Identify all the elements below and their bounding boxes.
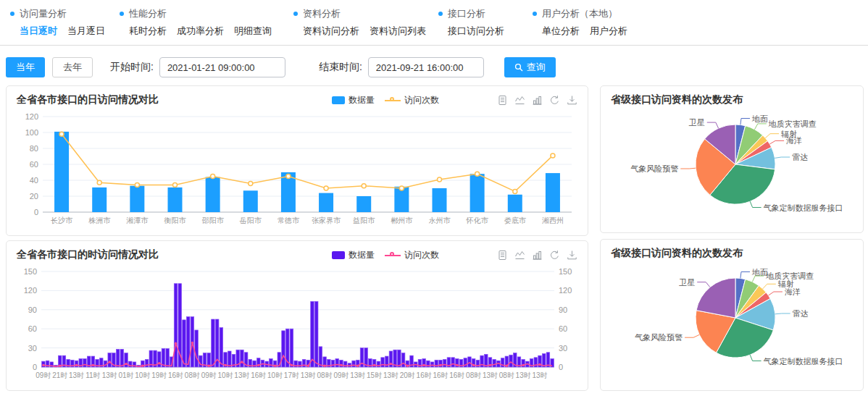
legend-item-data-volume[interactable]: 数据量 [332, 94, 375, 106]
svg-text:09时: 09时 [333, 371, 349, 379]
svg-text:08时: 08时 [499, 371, 514, 379]
nav-item-user-analysis[interactable]: 用户分析 [590, 25, 627, 38]
last-year-button[interactable]: 去年 [52, 57, 93, 77]
svg-text:地质灾害调查: 地质灾害调查 [768, 119, 817, 128]
svg-text:10时: 10时 [218, 371, 233, 379]
bullet-icon [10, 12, 14, 16]
svg-text:海洋: 海洋 [786, 136, 802, 145]
svg-text:海洋: 海洋 [785, 287, 801, 296]
nav-group-interface: 接口分析 接口访问分析 [438, 7, 504, 38]
daily-chart-toolbox [497, 95, 577, 106]
legend-item-visit-count[interactable]: 访问次数 [385, 94, 439, 106]
line-chart-icon[interactable] [514, 95, 525, 106]
bullet-icon [293, 12, 298, 16]
svg-text:娄底市: 娄底市 [504, 216, 527, 224]
nav-item-success-rate[interactable]: 成功率分析 [177, 25, 224, 38]
hourly-chart-legend: 数据量 访问次数 [332, 249, 439, 261]
line-chart-icon[interactable] [514, 250, 525, 261]
download-icon[interactable] [567, 250, 577, 261]
svg-text:16时: 16时 [449, 371, 464, 379]
svg-text:13时: 13时 [516, 371, 531, 379]
pie1-title: 省级接口访问资料的次数发布 [611, 93, 853, 106]
nav-group-label: 性能分析 [129, 7, 167, 20]
nav-item-today-hourly[interactable]: 当日逐时 [20, 25, 57, 38]
svg-text:60: 60 [559, 324, 567, 333]
nav-item-unit-analysis[interactable]: 单位分析 [542, 25, 580, 38]
nav-group-label: 接口分析 [448, 7, 485, 20]
search-icon [514, 63, 523, 72]
hourly-chart-canvas: 0030306060909012012015015009时21时13时11时13… [17, 266, 577, 387]
svg-text:13时: 13时 [383, 371, 398, 379]
svg-text:益阳市: 益阳市 [353, 216, 375, 224]
hourly-chart-card: 全省各市接口的时访问情况对比 数据量 访问次数 0030306060909012… [6, 240, 588, 391]
hourly-chart-toolbox [497, 250, 577, 261]
svg-text:气象定制数据服务接口: 气象定制数据服务接口 [764, 357, 843, 366]
restore-icon[interactable] [549, 95, 560, 106]
svg-text:90: 90 [28, 306, 37, 314]
this-year-button[interactable]: 当年 [6, 57, 45, 77]
bar-swatch-icon [332, 96, 345, 104]
svg-text:150: 150 [559, 267, 572, 276]
svg-text:20时: 20时 [400, 371, 415, 379]
svg-text:湘潭市: 湘潭市 [126, 216, 149, 224]
svg-text:13时: 13时 [102, 371, 117, 379]
data-view-icon[interactable] [497, 250, 508, 261]
start-time-label: 开始时间: [110, 61, 154, 74]
svg-text:张家界市: 张家界市 [312, 216, 341, 224]
download-icon[interactable] [567, 95, 577, 106]
svg-text:120: 120 [559, 286, 572, 295]
daily-chart-title: 全省各市接口的日访问情况对比 [17, 93, 332, 106]
nav-group-performance: 性能分析 耗时分析 成功率分析 明细查询 [120, 7, 272, 38]
restore-icon[interactable] [549, 250, 560, 261]
svg-text:120: 120 [24, 286, 37, 295]
nav-group-title: 性能分析 [120, 7, 272, 20]
nav-item-data-access-analysis[interactable]: 资料访问分析 [303, 25, 359, 38]
svg-text:13时: 13时 [483, 371, 498, 379]
svg-text:地面: 地面 [751, 114, 768, 123]
svg-text:20: 20 [30, 192, 38, 201]
search-button[interactable]: 查询 [504, 57, 556, 77]
svg-text:常德市: 常德市 [277, 216, 300, 224]
svg-text:怀化市: 怀化市 [466, 216, 489, 224]
nav-item-data-access-list[interactable]: 资料访问列表 [370, 25, 426, 38]
data-view-icon[interactable] [497, 95, 508, 106]
provincial-pie-card-1: 省级接口访问资料的次数发布 地面地质灾害调查辐射海洋雷达气象定制数据服务接口气象… [600, 85, 864, 233]
nav-group-label: 用户分析（本地） [542, 7, 617, 20]
nav-divider [0, 45, 868, 46]
svg-text:13时: 13时 [532, 371, 547, 379]
svg-text:09时: 09时 [201, 371, 217, 379]
nav-group-title: 访问量分析 [10, 7, 105, 20]
line-swatch-icon [385, 251, 401, 259]
svg-text:08时: 08时 [185, 371, 200, 379]
svg-text:地质灾害调查: 地质灾害调查 [765, 271, 814, 280]
legend-item-visit-count[interactable]: 访问次数 [385, 249, 439, 261]
nav-group-title: 用户分析（本地） [533, 7, 627, 20]
svg-text:19时: 19时 [151, 371, 167, 379]
bar-swatch-icon [332, 251, 345, 259]
nav-item-detail-query[interactable]: 明细查询 [234, 25, 272, 38]
legend-label: 访问次数 [404, 249, 439, 261]
svg-text:30: 30 [28, 344, 37, 353]
end-time-input[interactable] [368, 57, 484, 77]
nav-item-time-cost[interactable]: 耗时分析 [129, 25, 167, 38]
hourly-chart-title: 全省各市接口的时访问情况对比 [17, 248, 332, 261]
svg-text:100: 100 [25, 128, 38, 137]
nav-group-title: 接口分析 [438, 7, 504, 20]
svg-text:衡阳市: 衡阳市 [164, 216, 187, 224]
daily-chart-legend: 数据量 访问次数 [332, 94, 439, 106]
svg-text:郴州市: 郴州市 [391, 216, 413, 224]
svg-text:卫星: 卫星 [678, 278, 695, 287]
provincial-pie-card-2: 省级接口访问资料的次数发布 地面地质灾害调查辐射海洋雷达气象定制数据服务接口气象… [600, 239, 864, 391]
nav-item-month-daily[interactable]: 当月逐日 [67, 25, 105, 38]
nav-item-interface-access-analysis[interactable]: 接口访问分析 [448, 25, 504, 38]
nav-group-label: 访问量分析 [20, 7, 67, 20]
bullet-icon [533, 12, 537, 16]
bar-chart-icon[interactable] [532, 250, 543, 261]
nav-group-label: 资料分析 [303, 7, 341, 20]
legend-item-data-volume[interactable]: 数据量 [332, 249, 375, 261]
svg-text:16时: 16时 [168, 371, 183, 379]
start-time-input[interactable] [159, 57, 285, 77]
svg-text:岳阳市: 岳阳市 [239, 216, 262, 224]
bar-chart-icon[interactable] [532, 95, 543, 106]
nav-group-visits: 访问量分析 当日逐时 当月逐日 [10, 7, 105, 38]
